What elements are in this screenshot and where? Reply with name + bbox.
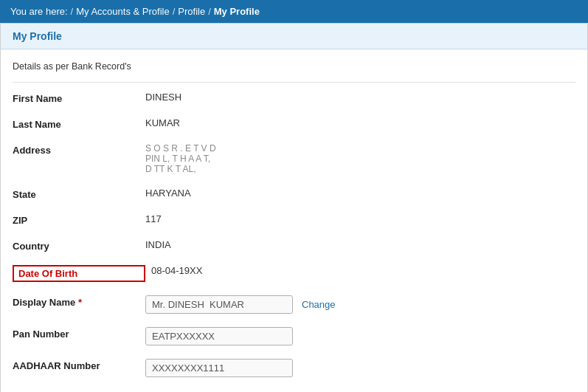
last-name-row: Last Name KUMAR bbox=[13, 114, 575, 133]
aadhaar-input[interactable] bbox=[145, 359, 293, 377]
breadcrumb-sep2: / bbox=[173, 6, 176, 17]
display-name-input[interactable] bbox=[145, 295, 293, 314]
address-row: Address S O S R . E T V D PIN L, T H A A… bbox=[13, 140, 575, 177]
required-star: * bbox=[78, 297, 82, 308]
state-value: HARYANA bbox=[145, 188, 575, 199]
dob-row: Date Of Birth 08-04-19XX bbox=[13, 262, 575, 285]
breadcrumb-sep3: / bbox=[208, 6, 211, 17]
state-row: State HARYANA bbox=[13, 185, 575, 203]
address-line2: PIN L, T H A A T, bbox=[145, 154, 575, 164]
aadhaar-row: AADHAAR Number bbox=[13, 356, 575, 380]
display-name-label: Display Name * bbox=[13, 295, 145, 308]
pan-row: Pan Number bbox=[13, 324, 575, 348]
zip-row: ZIP 117 bbox=[13, 210, 575, 229]
dob-value: 08-04-19XX bbox=[151, 265, 202, 276]
breadcrumb: You are here: / My Accounts & Profile / … bbox=[0, 0, 588, 23]
display-name-input-row: Change bbox=[145, 295, 336, 314]
first-name-row: First Name DINESH bbox=[13, 89, 575, 107]
zip-label: ZIP bbox=[13, 213, 145, 226]
state-label: State bbox=[13, 188, 145, 200]
address-line3: D TT K T AL, bbox=[145, 164, 575, 174]
last-name-value: KUMAR bbox=[145, 117, 575, 128]
breadcrumb-you-are-here: You are here: bbox=[10, 6, 68, 17]
country-value: INDIA bbox=[145, 239, 575, 250]
display-name-row: Display Name * Change bbox=[13, 292, 575, 317]
first-name-value: DINESH bbox=[145, 92, 575, 103]
page-title-bar: My Profile bbox=[1, 24, 587, 49]
country-label: Country bbox=[13, 239, 145, 252]
last-name-label: Last Name bbox=[13, 117, 145, 130]
breadcrumb-link-my-profile[interactable]: My Profile bbox=[214, 6, 260, 17]
aadhaar-input-row bbox=[145, 359, 293, 377]
page-title: My Profile bbox=[13, 30, 575, 42]
pan-input-row bbox=[145, 327, 293, 345]
zip-value: 117 bbox=[145, 213, 575, 224]
address-line1: S O S R . E T V D bbox=[145, 143, 575, 154]
change-link[interactable]: Change bbox=[302, 299, 336, 310]
pan-input[interactable] bbox=[145, 327, 293, 345]
pan-label: Pan Number bbox=[13, 327, 145, 340]
content-wrapper: My Profile Details as per Bank Record's … bbox=[0, 23, 588, 392]
address-label: Address bbox=[13, 143, 145, 156]
separator-top bbox=[13, 82, 575, 83]
dob-label: Date Of Birth bbox=[13, 265, 145, 282]
aadhaar-label: AADHAAR Number bbox=[13, 359, 145, 371]
dob-value-container: 08-04-19XX bbox=[151, 265, 575, 276]
address-value: S O S R . E T V D PIN L, T H A A T, D TT… bbox=[145, 143, 575, 174]
breadcrumb-link-profile[interactable]: Profile bbox=[178, 6, 205, 17]
country-row: Country INDIA bbox=[13, 236, 575, 255]
breadcrumb-sep1: / bbox=[71, 6, 74, 17]
breadcrumb-link-accounts-profile[interactable]: My Accounts & Profile bbox=[76, 6, 169, 17]
bank-note: Details as per Bank Record's bbox=[13, 61, 575, 72]
first-name-label: First Name bbox=[13, 92, 145, 104]
profile-form: Details as per Bank Record's First Name … bbox=[1, 49, 587, 392]
